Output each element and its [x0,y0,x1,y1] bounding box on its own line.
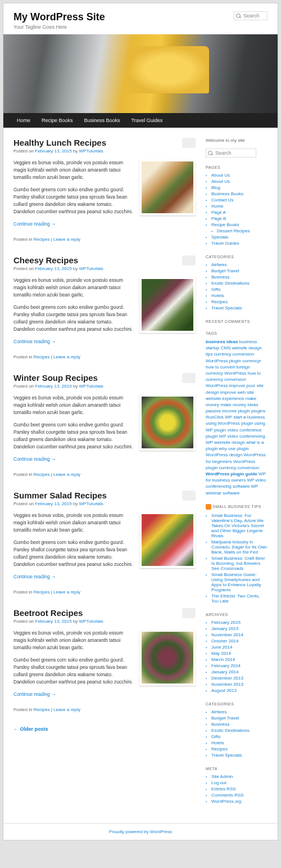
sidebar-link[interactable]: WordPress.org [211,799,241,804]
post-thumbnail[interactable] [139,629,196,686]
tag-link[interactable]: business [239,339,257,344]
sidebar-link[interactable]: Airfares [211,709,227,714]
reply-link[interactable]: Leave a reply [53,472,80,477]
post-title[interactable]: Beetroot Recipes [13,608,196,618]
older-posts-link[interactable]: ← Older posts [13,726,48,732]
sidebar-link[interactable]: May 2014 [211,651,231,656]
sidebar-link[interactable]: Recipes [211,299,228,304]
tag-link[interactable]: foreign [236,365,250,370]
tag-link[interactable]: poor [246,383,256,388]
nav-link[interactable]: Recipe Books [36,113,79,128]
tag-link[interactable]: using [206,421,217,426]
tag-link[interactable]: conversion [237,465,259,470]
sidebar-link[interactable]: Blog [211,185,220,190]
sidebar-link[interactable]: About Us [211,173,230,178]
post-author-link[interactable]: WPTutorials [79,619,103,624]
tag-link[interactable]: WP [225,415,233,420]
sidebar-link[interactable]: November 2013 [211,682,243,687]
tag-link[interactable]: plugin [214,428,228,433]
comment-bubble-icon[interactable] [182,608,196,618]
tag-link[interactable]: plugin [229,358,243,363]
tag-link[interactable]: currency [214,352,233,357]
tag-link[interactable]: site [247,390,253,395]
tag-link[interactable]: plugin [206,446,219,451]
tag-link[interactable]: what [246,440,257,445]
tag-link[interactable]: RunClick [206,415,225,420]
post-date-link[interactable]: February 13, 2015 [35,384,71,389]
tag-link[interactable]: business [247,415,265,420]
sidebar-link[interactable]: Recipe Books [211,222,239,227]
tag-link[interactable]: experience [222,396,245,401]
tag-link[interactable]: currencyr [242,358,261,363]
post-author-link[interactable]: WPTutorials [79,149,103,154]
tag-link[interactable]: WordPress [233,459,255,464]
post-author-link[interactable]: WPTutorials [79,384,103,389]
tag-link[interactable]: a [243,415,247,420]
sidebar-link[interactable]: Page B [211,216,226,221]
sidebar-link[interactable]: Comments RSS [211,793,243,798]
post-title[interactable]: Winter Soup Recipes [13,373,196,383]
sidebar-link[interactable]: Budget Travel [211,716,239,721]
post-thumbnail[interactable] [139,394,196,451]
sidebar-link[interactable]: Exotic Destinations [211,728,250,733]
hero-image[interactable] [3,34,278,113]
tag-link[interactable]: website [232,345,248,350]
tag-link[interactable]: plugins [251,408,265,413]
sidebar-link[interactable]: March 2014 [211,657,235,662]
comment-bubble-icon[interactable] [182,138,196,148]
category-link[interactable]: Recipes [34,354,50,359]
tag-link[interactable]: money [233,402,247,407]
sidebar-link[interactable]: Small Business: Craft Beer Is Booming, b… [211,556,265,571]
post-title[interactable]: Healthy Lunch Recipes [13,138,196,147]
tag-link[interactable]: design [232,440,246,445]
tag-link[interactable]: video [255,478,266,483]
tag-link[interactable]: currency [219,465,238,470]
post-thumbnail[interactable] [139,159,196,215]
tag-link[interactable]: conferencing [206,484,233,489]
tag-link[interactable]: beginners [212,459,233,464]
tag-link[interactable]: money [206,402,220,407]
tag-link[interactable]: use [228,446,237,451]
sidebar-link[interactable]: Specials [211,235,228,240]
comment-bubble-icon[interactable] [182,373,196,383]
continue-reading-link[interactable]: Continue reading → [13,573,56,581]
continue-reading-link[interactable]: Continue reading → [13,221,56,228]
sidebar-link[interactable]: Dessert Recipes [217,228,250,233]
tag-link[interactable]: for [206,478,212,483]
tag-link[interactable]: plugin [206,434,219,439]
sidebar-link[interactable]: Airfares [211,262,227,267]
sidebar-link[interactable]: January 2014 [211,669,238,674]
tag-link[interactable]: WP [251,484,259,489]
sidebar-link[interactable]: June 2014 [211,645,232,650]
sidebar-link[interactable]: Gifts [211,734,220,739]
sidebar-link[interactable]: Travel Specials [211,305,242,311]
sidebar-link[interactable]: Gifts [211,287,220,292]
sidebar-link[interactable]: Exotic Destinations [211,281,250,286]
post-title[interactable]: Cheesy Recipes [13,255,196,265]
comment-bubble-icon[interactable] [182,491,196,501]
tag-link[interactable]: software [233,484,251,489]
continue-reading-link[interactable]: Continue reading → [13,691,56,698]
tag-link[interactable]: design [206,390,220,395]
sidebar-link[interactable]: December 2013 [211,676,243,681]
tag-link[interactable]: ideas [247,402,258,407]
tag-link[interactable]: for [206,459,212,464]
sidebar-link[interactable]: Travel Specials [211,753,242,758]
tag-link[interactable]: tips [206,352,214,357]
tag-link[interactable]: income [222,408,238,413]
tag-link[interactable]: improve [220,390,238,395]
sidebar-link[interactable]: About Us [211,179,230,184]
reply-link[interactable]: Leave a reply [53,237,80,242]
tag-link[interactable]: make [220,402,233,407]
post-thumbnail[interactable] [139,277,196,333]
tag-link[interactable]: improve [229,383,247,388]
nav-link[interactable]: Business Books [79,113,126,128]
sidebar-link[interactable]: Log out [211,780,226,785]
category-link[interactable]: Recipes [34,707,50,712]
tag-link[interactable]: conversion [233,352,255,357]
reply-link[interactable]: Leave a reply [53,354,80,359]
tag-link[interactable]: WordPress plugin guide [206,471,257,476]
tag-link[interactable]: video [228,428,239,433]
sidebar-link[interactable]: Page A [211,210,226,215]
tag-link[interactable]: CMS [221,345,232,350]
